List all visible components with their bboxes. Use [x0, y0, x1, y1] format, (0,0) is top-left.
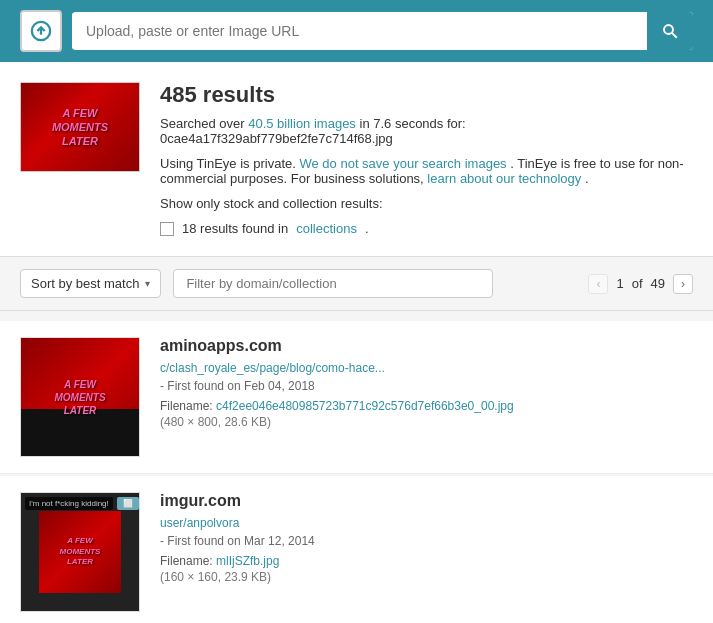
found-separator: - — [160, 534, 164, 548]
result-filename: Filename: c4f2ee046e480985723b771c92c576… — [160, 399, 693, 413]
search-input[interactable] — [72, 13, 647, 49]
search-button[interactable] — [647, 12, 693, 50]
sort-label: Sort by best match — [31, 276, 139, 291]
query-image-inner: A FEWMOMENTSLATER — [21, 83, 139, 171]
search-icon — [661, 22, 679, 40]
prev-page-button[interactable]: ‹ — [588, 274, 608, 294]
result-dimensions: (480 × 800, 28.6 KB) — [160, 415, 693, 429]
upload-button[interactable] — [20, 10, 62, 52]
filename-link[interactable]: c4f2ee046e480985723b771c92c576d7ef66b3e0… — [216, 399, 514, 413]
privacy-notice: Using TinEye is private. We do not save … — [160, 156, 693, 186]
result-thumbnail: A FEWMOMENTSLATER — [20, 337, 140, 457]
results-meta: Searched over 40.5 billion images in 7.6… — [160, 116, 693, 146]
imgur-btn: ⬜ — [117, 497, 139, 510]
result-filename: Filename: mlIjSZfb.jpg — [160, 554, 693, 568]
collection-checkbox[interactable] — [160, 222, 174, 236]
aminoapps-thumb: A FEWMOMENTSLATER — [21, 338, 139, 456]
results-details: 485 results Searched over 40.5 billion i… — [160, 82, 693, 236]
filename-label: Filename: — [160, 554, 213, 568]
svg-line-2 — [672, 33, 677, 38]
result-dimensions: (160 × 160, 23.9 KB) — [160, 570, 693, 584]
page-of-label: of — [632, 276, 643, 291]
searched-over-label: Searched over — [160, 116, 245, 131]
result-url-link[interactable]: c/clash_royale_es/page/blog/como-hace... — [160, 361, 693, 375]
query-filename: 0cae4a17f329abf779bef2fe7c714f68.jpg — [160, 131, 393, 146]
thumb-text: A FEWMOMENTSLATER — [54, 378, 105, 417]
result-found-date: - First found on Mar 12, 2014 — [160, 534, 693, 548]
filename-label: Filename: — [160, 399, 213, 413]
result-domain: aminoapps.com — [160, 337, 693, 355]
page-current: 1 — [616, 276, 623, 291]
collection-row: Show only stock and collection results: — [160, 196, 693, 211]
upload-icon — [30, 20, 52, 42]
collection-checkbox-row: 18 results found in collections. — [160, 221, 693, 236]
found-separator: - — [160, 379, 164, 393]
result-url-link[interactable]: user/anpolvora — [160, 516, 693, 530]
table-row: A FEWMOMENTSLATER aminoapps.com c/clash_… — [0, 321, 713, 474]
result-info: aminoapps.com c/clash_royale_es/page/blo… — [160, 337, 693, 429]
controls-bar: Sort by best match ▾ ‹ 1 of 49 › — [0, 257, 713, 311]
chevron-down-icon: ▾ — [145, 278, 150, 289]
result-thumbnail: I'm not f*cking kidding! ⬜ A FEWMOMENTSL… — [20, 492, 140, 612]
search-bar — [72, 12, 693, 50]
imgur-overlay-text: I'm not f*cking kidding! — [25, 497, 113, 510]
time-text: in 7.6 seconds for: — [360, 116, 466, 131]
svg-point-1 — [664, 25, 673, 34]
results-top: A FEWMOMENTSLATER 485 results Searched o… — [20, 82, 693, 236]
found-date-text: First found on Mar 12, 2014 — [167, 534, 314, 548]
privacy-link[interactable]: We do not save your search images — [299, 156, 506, 171]
billion-images-link[interactable]: 40.5 billion images — [248, 116, 356, 131]
results-title: 485 results — [160, 82, 693, 108]
filter-input[interactable] — [173, 269, 493, 298]
found-date-text: First found on Feb 04, 2018 — [167, 379, 314, 393]
header — [0, 0, 713, 62]
result-info: imgur.com user/anpolvora - First found o… — [160, 492, 693, 584]
query-image: A FEWMOMENTSLATER — [20, 82, 140, 172]
imgur-thumb: I'm not f*cking kidding! ⬜ A FEWMOMENTSL… — [21, 493, 139, 611]
results-list: A FEWMOMENTSLATER aminoapps.com c/clash_… — [0, 311, 713, 623]
collections-count-text: 18 results found in — [182, 221, 288, 236]
privacy-text-1: Using TinEye is private. — [160, 156, 296, 171]
next-page-button[interactable]: › — [673, 274, 693, 294]
collections-link[interactable]: collections — [296, 221, 357, 236]
result-found-date: - First found on Feb 04, 2018 — [160, 379, 693, 393]
imgur-inner: A FEWMOMENTSLATER — [39, 511, 122, 594]
show-stock-label: Show only stock and collection results: — [160, 196, 383, 211]
filename-link[interactable]: mlIjSZfb.jpg — [216, 554, 279, 568]
page-total: 49 — [651, 276, 665, 291]
table-row: I'm not f*cking kidding! ⬜ A FEWMOMENTSL… — [0, 476, 713, 623]
privacy-text-3: . — [585, 171, 589, 186]
result-domain: imgur.com — [160, 492, 693, 510]
sort-dropdown[interactable]: Sort by best match ▾ — [20, 269, 161, 298]
query-image-text: A FEWMOMENTSLATER — [52, 106, 108, 149]
pagination: ‹ 1 of 49 › — [588, 274, 693, 294]
results-section: A FEWMOMENTSLATER 485 results Searched o… — [0, 62, 713, 257]
learn-link[interactable]: learn about our technology — [427, 171, 581, 186]
